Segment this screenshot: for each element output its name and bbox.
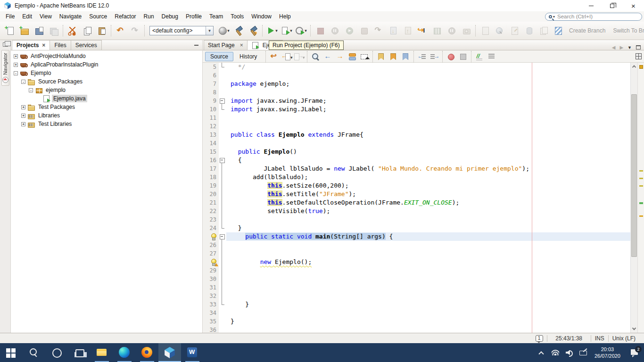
quick-search[interactable]: ▾ xyxy=(545,13,642,21)
next-bookmark-button[interactable] xyxy=(387,51,399,62)
close-button[interactable]: × xyxy=(623,0,644,11)
project-configuration-combo[interactable]: <default config> xyxy=(149,26,214,35)
editor-scrollbar[interactable] xyxy=(630,63,637,333)
new-file-button[interactable] xyxy=(2,24,17,38)
hidden-icons-chevron-icon[interactable] xyxy=(534,343,548,362)
taskbar-firefox[interactable] xyxy=(136,343,158,362)
minimize-button[interactable] xyxy=(580,0,602,11)
tree-item-aplicaprobarinstalacplugin[interactable]: +AplicaProbarInstalacPlugin xyxy=(11,60,202,69)
pen-battery-icon[interactable] xyxy=(577,343,591,362)
back-button[interactable] xyxy=(281,51,293,62)
profile-project-button[interactable] xyxy=(294,24,308,38)
shift-line-left-button[interactable] xyxy=(416,51,428,62)
bulb-warn-icon[interactable] xyxy=(210,259,216,266)
menu-run[interactable]: Run xyxy=(140,12,158,21)
scroll-tabs-left-icon[interactable]: ◀ xyxy=(612,45,616,50)
tree-item-ejemplo-java[interactable]: Ejemplo.java xyxy=(11,94,202,103)
dropdown-icon[interactable] xyxy=(290,28,292,33)
create-branch-button[interactable]: Create Branch xyxy=(569,27,605,34)
gutter-annotation[interactable] xyxy=(203,258,219,266)
search-input[interactable] xyxy=(557,14,638,19)
maximize-editor-icon[interactable] xyxy=(636,45,641,49)
dock-windows-icon[interactable] xyxy=(3,42,8,47)
fold-open-mark[interactable] xyxy=(219,156,226,165)
search-dropdown-icon[interactable]: ▾ xyxy=(553,15,555,19)
toggle-bookmark-button[interactable] xyxy=(399,51,412,62)
new-project-button[interactable] xyxy=(17,24,32,38)
tree-item-libraries[interactable]: +Libraries xyxy=(11,111,202,120)
dropdown-icon[interactable] xyxy=(227,28,230,33)
tree-item-ejemplo[interactable]: -ejemplo xyxy=(11,86,202,94)
switch-to-bra-button[interactable]: Switch To Bra xyxy=(613,27,644,34)
stop-macro-recording-button[interactable] xyxy=(457,51,469,62)
comment-button[interactable] xyxy=(473,51,486,62)
cut-button[interactable] xyxy=(65,24,80,38)
tree-item-source-packages[interactable]: -Source Packages xyxy=(11,77,202,86)
navigator-dock-tab[interactable]: Navigator xyxy=(1,50,9,86)
menu-window[interactable]: Window xyxy=(248,12,275,21)
taskbar-search[interactable] xyxy=(23,343,45,362)
wifi-icon[interactable] xyxy=(548,343,562,362)
last-edit-location-button[interactable] xyxy=(268,51,281,62)
menu-view[interactable]: View xyxy=(36,12,56,21)
error-stripe-caret-mark[interactable] xyxy=(639,202,643,204)
bulb-icon[interactable] xyxy=(210,233,216,240)
menu-team[interactable]: Team xyxy=(206,12,227,21)
combo-arrow-icon[interactable] xyxy=(206,26,213,35)
collapse-icon[interactable]: - xyxy=(29,88,33,92)
tree-item-test-libraries[interactable]: +Test Libraries xyxy=(11,120,202,128)
toggle-rectangular-selection-button[interactable] xyxy=(358,51,371,62)
undo-button[interactable] xyxy=(113,24,128,38)
debug-project-button[interactable] xyxy=(279,24,294,38)
taskbar-cortana[interactable] xyxy=(45,343,68,362)
tree-item-antprojectholamundo[interactable]: +AntProjectHolaMundo xyxy=(11,52,202,60)
error-stripe-status[interactable] xyxy=(639,65,643,69)
toggle-highlight-search-button[interactable] xyxy=(346,51,358,62)
scroll-up-icon[interactable] xyxy=(631,63,637,70)
tab-close-icon[interactable]: × xyxy=(240,43,243,48)
scroll-tabs-right-icon[interactable]: ▶ xyxy=(619,45,623,50)
menu-edit[interactable]: Edit xyxy=(18,12,36,21)
tab-list-dropdown-icon[interactable]: ▼ xyxy=(627,45,632,50)
menu-help[interactable]: Help xyxy=(275,12,295,21)
start-macro-recording-button[interactable] xyxy=(445,51,457,62)
uncomment-button[interactable] xyxy=(486,51,498,62)
shift-line-right-button[interactable] xyxy=(428,51,440,62)
dropdown-icon[interactable] xyxy=(305,28,307,33)
tab-projects[interactable]: Projects× xyxy=(12,40,50,50)
tab-services[interactable]: Services xyxy=(71,40,102,50)
panel-minimize-button[interactable] xyxy=(194,45,198,46)
fold-open-mark[interactable] xyxy=(219,232,226,241)
action-center-button[interactable]: 2 xyxy=(624,349,644,356)
copy-button[interactable] xyxy=(80,24,94,38)
view-history-button[interactable]: History xyxy=(234,52,262,61)
tab-files[interactable]: Files xyxy=(50,40,71,50)
taskbar-netbeans[interactable] xyxy=(158,343,181,362)
menu-tools[interactable]: Tools xyxy=(227,12,248,21)
expand-icon[interactable]: + xyxy=(14,54,18,58)
scroll-down-icon[interactable] xyxy=(631,326,637,333)
insert-mode-indicator[interactable]: INS xyxy=(595,335,604,342)
paste-button[interactable] xyxy=(94,24,109,38)
menu-navigate[interactable]: Navigate xyxy=(56,12,85,21)
error-stripe-mark[interactable] xyxy=(639,170,643,172)
previous-bookmark-button[interactable] xyxy=(375,51,387,62)
run-project-button[interactable] xyxy=(264,24,279,38)
tree-item-test-packages[interactable]: +Test Packages xyxy=(11,103,202,111)
menu-file[interactable]: File xyxy=(2,12,18,21)
clean-and-build-project-button[interactable] xyxy=(246,24,260,38)
gutter-annotation[interactable] xyxy=(203,232,219,241)
find-selection-button[interactable] xyxy=(309,51,322,62)
taskbar-word[interactable] xyxy=(181,343,204,362)
scrollbar-thumb[interactable] xyxy=(631,94,637,257)
expand-icon[interactable]: + xyxy=(14,63,18,67)
taskbar-task-view[interactable] xyxy=(68,343,91,362)
menu-refactor[interactable]: Refactor xyxy=(111,12,140,21)
open-project-button[interactable] xyxy=(32,24,46,38)
volume-icon[interactable] xyxy=(562,343,577,362)
code-editor[interactable]: 5 */67package ejemplo;89import javax.swi… xyxy=(203,63,644,333)
find-next-occurrence-button[interactable] xyxy=(334,51,346,62)
tab-close-icon[interactable]: × xyxy=(42,43,45,48)
expand-icon[interactable]: + xyxy=(21,122,25,126)
expand-icon[interactable]: + xyxy=(21,105,25,109)
